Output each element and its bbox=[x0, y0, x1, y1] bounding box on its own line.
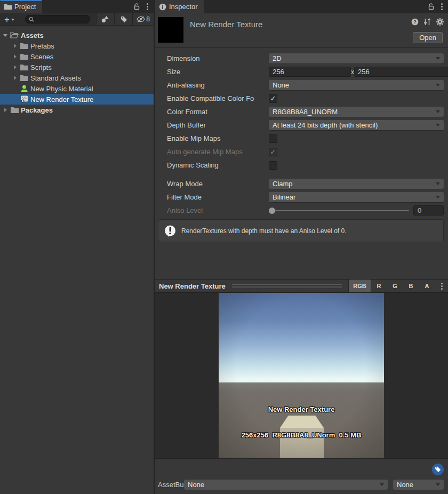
wrap-mode-dropdown[interactable]: Clamp bbox=[269, 179, 444, 189]
color-format-dropdown[interactable]: R8G8B8A8_UNORM bbox=[269, 107, 444, 117]
tree-item-prefabs[interactable]: Prefabs bbox=[0, 41, 154, 51]
preview-area: New Render Texture 256x256 R8G8B8A8_UNor… bbox=[155, 293, 448, 458]
preview-header: New Render Texture RGB R G B A bbox=[155, 279, 448, 293]
tab-project[interactable]: Project bbox=[0, 0, 42, 13]
render-texture-icon bbox=[20, 95, 28, 103]
search-by-label-button[interactable] bbox=[114, 13, 132, 25]
dynamic-scaling-checkbox[interactable] bbox=[269, 161, 277, 170]
channel-b-button[interactable]: B bbox=[403, 280, 419, 292]
project-panel: Project + bbox=[0, 0, 154, 494]
channel-r-button[interactable]: R bbox=[371, 280, 387, 292]
hidden-packages-count: 8 bbox=[146, 15, 150, 23]
eye-off-icon bbox=[137, 16, 145, 22]
tree-item-scripts[interactable]: Scripts bbox=[0, 62, 154, 73]
preview-drag-handle[interactable] bbox=[232, 284, 342, 288]
warning-icon bbox=[164, 225, 177, 237]
info-icon bbox=[159, 3, 166, 11]
dimension-dropdown[interactable]: 2D bbox=[269, 53, 444, 63]
tree-item-scenes[interactable]: Scenes bbox=[0, 51, 154, 62]
inspector-tab-bar: Inspector bbox=[155, 0, 448, 13]
asset-bundle-variant-dropdown[interactable]: None bbox=[393, 480, 444, 490]
tree-item-standard-assets[interactable]: Standard Assets bbox=[0, 73, 154, 83]
tab-inspector[interactable]: Inspector bbox=[155, 0, 204, 13]
project-toolbar: + 8 bbox=[0, 13, 154, 26]
plus-icon: + bbox=[4, 15, 10, 24]
tree-item-new-physic-material[interactable]: New Physic Material bbox=[0, 83, 154, 94]
enable-mip-maps-checkbox[interactable] bbox=[269, 134, 277, 143]
enable-compatible-checkbox[interactable]: ✓ bbox=[269, 94, 277, 103]
caret-right-icon[interactable] bbox=[14, 54, 17, 59]
tree-item-packages[interactable]: Packages bbox=[0, 105, 154, 115]
property-row-wrap-mode: Wrap Mode Clamp bbox=[155, 177, 448, 190]
asset-title: New Render Texture bbox=[190, 20, 262, 29]
caret-right-icon[interactable] bbox=[14, 44, 17, 48]
channel-rgb-button[interactable]: RGB bbox=[348, 280, 371, 292]
asset-bundle-row: AssetBundle None None bbox=[158, 479, 444, 490]
asset-bundle-tag-button[interactable] bbox=[432, 464, 444, 475]
size-width-field[interactable] bbox=[269, 67, 351, 77]
folder-icon bbox=[20, 42, 28, 50]
caret-down-icon[interactable] bbox=[3, 34, 7, 37]
preview-info-line1: New Render Texture bbox=[219, 405, 384, 414]
unlock-icon[interactable] bbox=[134, 3, 140, 10]
channel-buttons: RGB R G B A bbox=[348, 280, 448, 292]
project-tree: Assets Prefabs Scenes Scripts Standard A bbox=[0, 26, 154, 494]
create-asset-button[interactable]: + bbox=[0, 15, 18, 24]
channel-g-button[interactable]: G bbox=[387, 280, 403, 292]
asset-bundle-dropdown[interactable]: None bbox=[184, 480, 388, 490]
svg-text:?: ? bbox=[413, 19, 417, 25]
hidden-packages-button[interactable]: 8 bbox=[132, 13, 154, 25]
unlock-icon[interactable] bbox=[428, 3, 435, 10]
caret-right-icon[interactable] bbox=[4, 108, 7, 112]
preview-info-line2: 256x256 R8G8B8A8_UNorm 0.5 MB bbox=[219, 431, 384, 440]
channel-a-button[interactable]: A bbox=[419, 280, 435, 292]
search-by-type-button[interactable] bbox=[96, 13, 114, 25]
auto-generate-mip-maps-checkbox: ✓ bbox=[269, 148, 277, 156]
unity-editor-window: Project + bbox=[0, 0, 448, 494]
search-by-type-icon bbox=[101, 16, 109, 23]
gear-icon[interactable] bbox=[436, 18, 444, 26]
physic-material-icon bbox=[20, 84, 28, 93]
warning-text: RenderTextures with depth must have an A… bbox=[181, 227, 347, 235]
caret-right-icon[interactable] bbox=[14, 76, 17, 80]
aniso-level-value: 0 bbox=[413, 205, 444, 216]
property-row-enable-mip-maps: Enable Mip Maps bbox=[155, 132, 448, 145]
inspector-header: New Render Texture ? Open bbox=[155, 13, 448, 48]
anti-aliasing-dropdown[interactable]: None bbox=[269, 80, 444, 90]
search-icon bbox=[29, 17, 35, 22]
panel-menu-icon[interactable] bbox=[146, 2, 149, 11]
preview-title: New Render Texture bbox=[155, 280, 226, 292]
inspector-footer: AssetBundle None None bbox=[155, 458, 448, 494]
project-tab-bar: Project bbox=[0, 0, 154, 13]
property-list: Dimension 2D Size x Anti-aliasing None E… bbox=[155, 52, 448, 242]
property-row-dynamic-scaling: Dynamic Scaling bbox=[155, 158, 448, 172]
preview-menu-icon[interactable] bbox=[435, 280, 448, 292]
search-input[interactable] bbox=[25, 15, 90, 23]
dropdown-caret-icon bbox=[436, 110, 440, 113]
depth-buffer-dropdown[interactable]: At least 24 bits depth (with stencil) bbox=[269, 120, 444, 130]
size-height-field[interactable] bbox=[354, 67, 448, 77]
panel-menu-icon[interactable] bbox=[440, 2, 444, 11]
folder-icon bbox=[10, 106, 19, 114]
render-texture-preview[interactable]: New Render Texture 256x256 R8G8B8A8_UNor… bbox=[219, 293, 384, 458]
aniso-level-slider bbox=[269, 208, 409, 214]
dropdown-caret-icon bbox=[436, 182, 440, 185]
tab-label: Project bbox=[14, 3, 36, 11]
filter-mode-dropdown[interactable]: Bilinear bbox=[269, 192, 444, 202]
tag-icon bbox=[435, 466, 441, 473]
tab-label: Inspector bbox=[169, 3, 197, 11]
asset-thumbnail bbox=[158, 17, 183, 43]
open-button[interactable]: Open bbox=[413, 32, 443, 43]
folder-icon bbox=[20, 52, 28, 61]
help-icon[interactable]: ? bbox=[411, 18, 419, 26]
folder-open-icon bbox=[10, 31, 19, 39]
tree-item-assets[interactable]: Assets bbox=[0, 30, 154, 41]
caret-right-icon[interactable] bbox=[14, 65, 17, 69]
preview-info-text: New Render Texture 256x256 R8G8B8A8_UNor… bbox=[219, 388, 384, 457]
tree-item-new-render-texture[interactable]: New Render Texture bbox=[0, 94, 154, 105]
presets-icon[interactable] bbox=[423, 18, 431, 26]
property-row-size: Size x bbox=[155, 65, 448, 78]
property-row-anti-aliasing: Anti-aliasing None bbox=[155, 78, 448, 92]
dropdown-caret-icon bbox=[436, 124, 440, 126]
property-row-color-format: Color Format R8G8B8A8_UNORM bbox=[155, 105, 448, 118]
